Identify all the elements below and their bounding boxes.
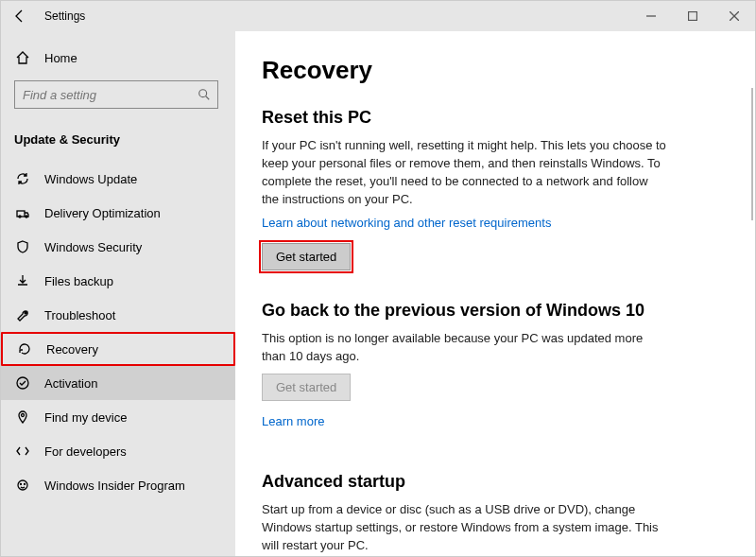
sidebar-item-activation[interactable]: Activation bbox=[1, 366, 235, 400]
reset-body: If your PC isn't running well, resetting… bbox=[262, 137, 668, 208]
search-container bbox=[1, 75, 235, 118]
sidebar-item-for-developers[interactable]: For developers bbox=[1, 434, 235, 468]
close-icon bbox=[730, 11, 739, 21]
section-advanced-startup: Advanced startup Start up from a device … bbox=[262, 472, 729, 556]
sidebar-category-label: Update & Security bbox=[14, 132, 120, 147]
reset-heading: Reset this PC bbox=[262, 108, 729, 128]
sidebar-item-label: Windows Update bbox=[44, 172, 137, 186]
search-icon bbox=[190, 88, 217, 101]
sidebar-item-label: Files backup bbox=[44, 274, 113, 288]
sidebar-item-label: For developers bbox=[44, 444, 127, 459]
delivery-icon bbox=[14, 204, 31, 221]
sidebar-item-label: Delivery Optimization bbox=[44, 206, 161, 220]
svg-point-7 bbox=[18, 480, 27, 490]
advanced-body: Start up from a device or disc (such as … bbox=[262, 501, 668, 555]
backup-icon bbox=[14, 272, 31, 289]
svg-point-8 bbox=[21, 484, 22, 485]
recovery-icon bbox=[16, 340, 33, 357]
goback-learn-more-link[interactable]: Learn more bbox=[262, 414, 324, 428]
sidebar-item-label: Find my device bbox=[44, 410, 127, 425]
section-reset-pc: Reset this PC If your PC isn't running w… bbox=[262, 108, 729, 270]
section-go-back: Go back to the previous version of Windo… bbox=[262, 301, 729, 442]
home-icon bbox=[14, 49, 31, 66]
wrench-icon bbox=[14, 306, 31, 323]
maximize-button[interactable] bbox=[672, 1, 713, 31]
close-button[interactable] bbox=[713, 1, 755, 31]
shield-icon bbox=[14, 238, 31, 255]
sidebar-item-windows-security[interactable]: Windows Security bbox=[1, 230, 235, 264]
svg-point-9 bbox=[25, 484, 26, 485]
svg-point-1 bbox=[198, 90, 206, 97]
window-controls bbox=[630, 1, 755, 31]
sidebar-item-delivery-optimization[interactable]: Delivery Optimization bbox=[1, 196, 235, 230]
sidebar-item-find-my-device[interactable]: Find my device bbox=[1, 400, 235, 434]
goback-get-started-button: Get started bbox=[262, 374, 351, 401]
arrow-left-icon bbox=[12, 9, 27, 24]
sidebar-item-windows-update[interactable]: Windows Update bbox=[1, 162, 235, 196]
search-box[interactable] bbox=[14, 80, 218, 109]
sidebar-home-label: Home bbox=[44, 51, 77, 65]
check-circle-icon bbox=[14, 374, 31, 392]
goback-body: This option is no longer available becau… bbox=[262, 330, 668, 366]
sidebar-item-insider-program[interactable]: Windows Insider Program bbox=[1, 468, 235, 502]
advanced-heading: Advanced startup bbox=[262, 472, 729, 492]
window-title: Settings bbox=[39, 9, 85, 23]
reset-get-started-button[interactable]: Get started bbox=[262, 243, 351, 270]
svg-point-5 bbox=[17, 377, 28, 389]
titlebar: Settings bbox=[1, 1, 755, 31]
content-area: Recovery Reset this PC If your PC isn't … bbox=[235, 31, 755, 556]
sidebar-item-label: Activation bbox=[44, 376, 97, 391]
sidebar-category: Update & Security bbox=[1, 122, 235, 156]
sync-icon bbox=[14, 170, 31, 187]
insider-icon bbox=[14, 477, 31, 494]
code-icon bbox=[14, 443, 31, 460]
svg-rect-0 bbox=[689, 12, 697, 21]
goback-heading: Go back to the previous version of Windo… bbox=[262, 301, 729, 321]
sidebar-item-troubleshoot[interactable]: Troubleshoot bbox=[1, 298, 235, 332]
sidebar-item-label: Windows Security bbox=[44, 240, 142, 254]
reset-link[interactable]: Learn about networking and other reset r… bbox=[262, 216, 551, 230]
sidebar-item-recovery[interactable]: Recovery bbox=[1, 332, 235, 366]
sidebar-item-label: Recovery bbox=[46, 342, 98, 357]
sidebar-item-label: Troubleshoot bbox=[44, 308, 115, 322]
sidebar-home[interactable]: Home bbox=[1, 41, 235, 75]
svg-point-6 bbox=[22, 414, 25, 417]
minimize-icon bbox=[646, 11, 656, 21]
maximize-icon bbox=[688, 11, 697, 21]
search-input[interactable] bbox=[15, 88, 190, 102]
page-title: Recovery bbox=[262, 56, 729, 85]
scrollbar[interactable] bbox=[751, 88, 753, 220]
sidebar-item-label: Windows Insider Program bbox=[44, 479, 185, 493]
sidebar: Home Update & Security Windows Update De… bbox=[1, 31, 235, 556]
back-button[interactable] bbox=[1, 1, 39, 31]
location-icon bbox=[14, 409, 31, 426]
sidebar-item-files-backup[interactable]: Files backup bbox=[1, 264, 235, 298]
minimize-button[interactable] bbox=[630, 1, 672, 31]
